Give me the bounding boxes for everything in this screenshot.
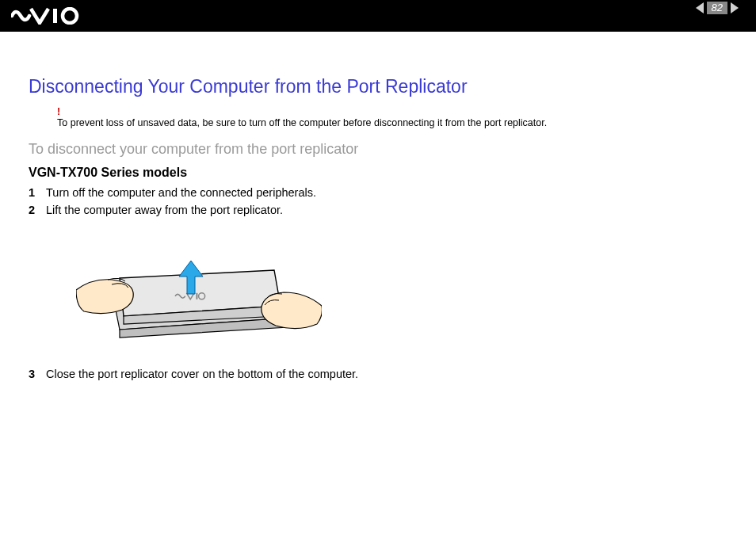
svg-rect-0 — [53, 9, 57, 23]
page-title: Disconnecting Your Computer from the Por… — [29, 76, 727, 97]
warning-note: ! To prevent loss of unsaved data, be su… — [57, 105, 727, 130]
step-text: Lift the computer away from the port rep… — [46, 204, 283, 216]
illustration-lift-computer — [76, 231, 322, 353]
svg-rect-6 — [196, 292, 197, 299]
step-item: 2 Lift the computer away from the port r… — [29, 204, 727, 216]
vaio-logo — [11, 7, 82, 25]
warning-icon: ! — [57, 105, 727, 118]
step-item: 3 Close the port replicator cover on the… — [29, 368, 727, 380]
step-text: Turn off the computer and the connected … — [46, 186, 316, 199]
step-item: 1 Turn off the computer and the connecte… — [29, 186, 727, 199]
step-number: 3 — [29, 368, 46, 380]
subheading: To disconnect your computer from the por… — [29, 141, 727, 158]
step-number: 2 — [29, 204, 46, 216]
step-number: 1 — [29, 186, 46, 199]
steps-list-continued: 3 Close the port replicator cover on the… — [29, 368, 727, 380]
steps-list: 1 Turn off the computer and the connecte… — [29, 186, 727, 216]
nav-next-icon[interactable] — [731, 2, 739, 13]
series-heading: VGN-TX700 Series models — [29, 166, 727, 180]
page-number: 82 — [707, 2, 727, 14]
step-text: Close the port replicator cover on the b… — [46, 368, 358, 380]
svg-point-1 — [63, 9, 77, 23]
header-bar: 82 Using Peripheral Devices — [0, 0, 756, 32]
section-label: Using Peripheral Devices — [599, 16, 742, 30]
page-content: Disconnecting Your Computer from the Por… — [0, 32, 756, 380]
header-right: 82 Using Peripheral Devices — [598, 2, 742, 30]
warning-text: To prevent loss of unsaved data, be sure… — [57, 117, 547, 128]
nav-prev-icon[interactable] — [696, 2, 704, 13]
page-nav: 82 — [696, 2, 739, 14]
